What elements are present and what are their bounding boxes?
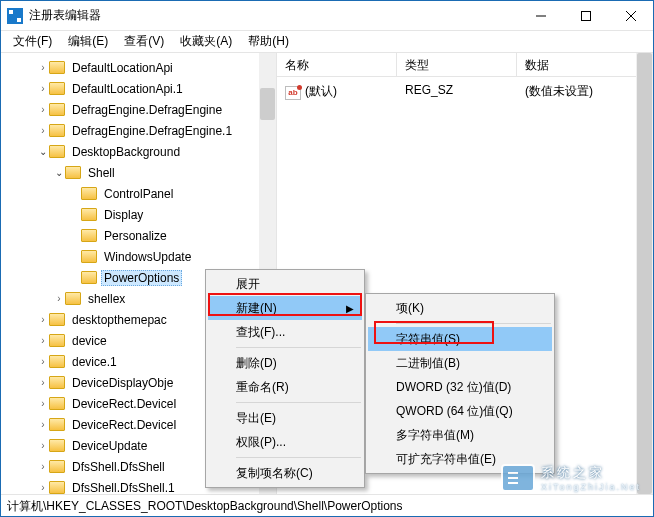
chevron-right-icon[interactable]: ›: [37, 398, 49, 409]
tree-item[interactable]: ControlPanel: [1, 183, 276, 204]
tree-item[interactable]: Personalize: [1, 225, 276, 246]
chevron-right-icon[interactable]: ›: [37, 62, 49, 73]
folder-icon: [81, 250, 97, 263]
col-name[interactable]: 名称: [277, 53, 397, 76]
menu-view[interactable]: 查看(V): [116, 31, 172, 52]
tree-item-label: DesktopBackground: [69, 144, 183, 160]
tree-item[interactable]: ›DefaultLocationApi: [1, 57, 276, 78]
watermark-url: XiTongZhiJia.Net: [541, 482, 641, 492]
tree-item[interactable]: WindowsUpdate: [1, 246, 276, 267]
minimize-button[interactable]: [518, 1, 563, 30]
chevron-right-icon[interactable]: ›: [37, 125, 49, 136]
folder-icon: [81, 229, 97, 242]
folder-icon: [49, 397, 65, 410]
folder-icon: [49, 334, 65, 347]
folder-icon: [81, 208, 97, 221]
menu-favorites[interactable]: 收藏夹(A): [172, 31, 240, 52]
chevron-down-icon[interactable]: ⌄: [37, 146, 49, 157]
tree-item[interactable]: ›DefragEngine.DefragEngine.1: [1, 120, 276, 141]
ctx-copy-key-name[interactable]: 复制项名称(C): [208, 461, 362, 485]
tree-item-label: device.1: [69, 354, 120, 370]
menu-bar: 文件(F) 编辑(E) 查看(V) 收藏夹(A) 帮助(H): [1, 31, 653, 53]
col-type[interactable]: 类型: [397, 53, 517, 76]
status-bar: 计算机\HKEY_CLASSES_ROOT\DesktopBackground\…: [1, 494, 653, 516]
folder-icon: [49, 103, 65, 116]
tree-item-label: DefragEngine.DefragEngine.1: [69, 123, 235, 139]
tree-item-label: DeviceUpdate: [69, 438, 150, 454]
value-data-cell: (数值未设置): [517, 81, 653, 102]
string-value-icon: ab: [285, 86, 301, 100]
folder-icon: [49, 124, 65, 137]
tree-item-label: DefaultLocationApi.1: [69, 81, 186, 97]
list-row[interactable]: ab(默认) REG_SZ (数值未设置): [277, 77, 653, 106]
folder-icon: [81, 187, 97, 200]
tree-item-label: desktopthemepac: [69, 312, 170, 328]
ctx-rename[interactable]: 重命名(R): [208, 375, 362, 399]
tree-item-label: PowerOptions: [101, 270, 182, 286]
ctx-delete[interactable]: 删除(D): [208, 351, 362, 375]
chevron-right-icon[interactable]: ›: [37, 440, 49, 451]
chevron-right-icon[interactable]: ›: [37, 482, 49, 493]
ctx-new-key[interactable]: 项(K): [368, 296, 552, 320]
ctx-find[interactable]: 查找(F)...: [208, 320, 362, 344]
value-name-cell: ab(默认): [277, 81, 397, 102]
tree-item[interactable]: ⌄DesktopBackground: [1, 141, 276, 162]
folder-icon: [81, 271, 97, 284]
chevron-right-icon[interactable]: ›: [37, 314, 49, 325]
folder-icon: [49, 460, 65, 473]
watermark-brand: 系统之家: [541, 464, 641, 482]
folder-icon: [49, 61, 65, 74]
tree-item[interactable]: ›DefragEngine.DefragEngine: [1, 99, 276, 120]
tree-item-label: ControlPanel: [101, 186, 176, 202]
col-data[interactable]: 数据: [517, 53, 653, 76]
tree-item-label: DfsShell.DfsShell.1: [69, 480, 178, 495]
ctx-separator: [236, 402, 361, 403]
tree-item[interactable]: ›DefaultLocationApi.1: [1, 78, 276, 99]
folder-icon: [65, 166, 81, 179]
highlight-new: [208, 293, 362, 316]
menu-help[interactable]: 帮助(H): [240, 31, 297, 52]
tree-item-label: WindowsUpdate: [101, 249, 194, 265]
tree-item-label: DefragEngine.DefragEngine: [69, 102, 225, 118]
folder-icon: [49, 355, 65, 368]
menu-edit[interactable]: 编辑(E): [60, 31, 116, 52]
chevron-right-icon[interactable]: ›: [37, 419, 49, 430]
list-header: 名称 类型 数据: [277, 53, 653, 77]
folder-icon: [65, 292, 81, 305]
tree-item[interactable]: ⌄Shell: [1, 162, 276, 183]
ctx-new-dword[interactable]: DWORD (32 位)值(D): [368, 375, 552, 399]
ctx-new-binary[interactable]: 二进制值(B): [368, 351, 552, 375]
svg-rect-0: [581, 11, 590, 20]
chevron-right-icon[interactable]: ›: [37, 83, 49, 94]
tree-item-label: DeviceDisplayObje: [69, 375, 176, 391]
tree-item[interactable]: Display: [1, 204, 276, 225]
folder-icon: [49, 481, 65, 494]
tree-item-label: Display: [101, 207, 146, 223]
list-scrollbar[interactable]: [636, 53, 653, 494]
ctx-new-qword[interactable]: QWORD (64 位)值(Q): [368, 399, 552, 423]
folder-icon: [49, 313, 65, 326]
ctx-new-multistring[interactable]: 多字符串值(M): [368, 423, 552, 447]
tree-item-label: Personalize: [101, 228, 170, 244]
chevron-right-icon[interactable]: ›: [37, 461, 49, 472]
watermark-logo-icon: [501, 464, 535, 492]
chevron-right-icon[interactable]: ›: [37, 377, 49, 388]
chevron-right-icon[interactable]: ›: [37, 356, 49, 367]
menu-file[interactable]: 文件(F): [5, 31, 60, 52]
chevron-right-icon[interactable]: ›: [37, 335, 49, 346]
chevron-right-icon[interactable]: ›: [53, 293, 65, 304]
ctx-permissions[interactable]: 权限(P)...: [208, 430, 362, 454]
chevron-down-icon[interactable]: ⌄: [53, 167, 65, 178]
tree-item-label: Shell: [85, 165, 118, 181]
tree-item-label: DefaultLocationApi: [69, 60, 176, 76]
ctx-separator: [236, 347, 361, 348]
folder-icon: [49, 418, 65, 431]
chevron-right-icon[interactable]: ›: [37, 104, 49, 115]
close-button[interactable]: [608, 1, 653, 30]
maximize-button[interactable]: [563, 1, 608, 30]
value-type-cell: REG_SZ: [397, 81, 517, 102]
window-title: 注册表编辑器: [29, 7, 518, 24]
tree-item-label: DfsShell.DfsShell: [69, 459, 168, 475]
ctx-export[interactable]: 导出(E): [208, 406, 362, 430]
folder-icon: [49, 145, 65, 158]
